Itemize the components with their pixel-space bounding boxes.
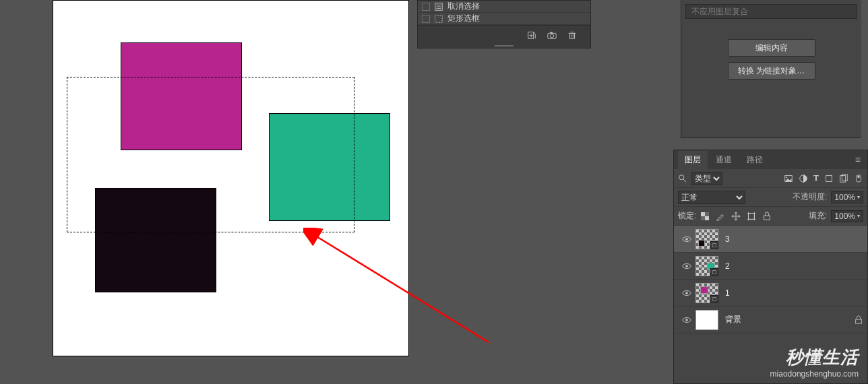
layer-thumbnail <box>695 310 718 330</box>
lock-transparency-icon[interactable] <box>700 211 710 221</box>
blend-opacity-row: 正常 不透明度: 100% ▾ <box>674 188 867 207</box>
layers-list: □ 3 □ 2 □ 1 背景 <box>674 226 867 333</box>
svg-rect-27 <box>701 212 705 216</box>
svg-rect-5 <box>435 15 443 23</box>
tab-channels[interactable]: 通道 <box>709 151 739 169</box>
layer-name: 3 <box>725 234 730 244</box>
filter-search-icon[interactable] <box>678 173 687 183</box>
svg-rect-45 <box>856 319 862 323</box>
svg-point-44 <box>685 319 688 321</box>
history-checkbox[interactable] <box>422 3 430 11</box>
visibility-toggle[interactable] <box>678 234 695 244</box>
chevron-down-icon: ▾ <box>857 194 860 200</box>
panel-menu-icon[interactable]: ≡ <box>855 154 861 165</box>
layer-thumbnail: □ <box>695 229 718 249</box>
svg-point-38 <box>685 238 688 241</box>
smart-object-badge: □ <box>710 268 718 276</box>
svg-rect-12 <box>570 33 575 38</box>
properties-panel: 不应用图层复合 编辑内容 转换 为链接对象… <box>681 0 861 138</box>
svg-line-18 <box>683 179 686 182</box>
history-panel: 取消选择 矩形选框 <box>417 0 591 49</box>
layer-thumbnail: □ <box>695 283 718 303</box>
layer-item-background[interactable]: 背景 <box>674 307 867 333</box>
edit-content-button[interactable]: 编辑内容 <box>728 39 815 57</box>
tab-layers[interactable]: 图层 <box>678 151 708 169</box>
svg-rect-11 <box>550 32 553 34</box>
lock-all-icon[interactable] <box>762 211 772 221</box>
deselect-icon <box>434 1 443 11</box>
svg-point-17 <box>679 175 684 180</box>
svg-rect-22 <box>826 175 832 181</box>
filter-pixel-icon[interactable] <box>784 173 793 183</box>
layer-name: 背景 <box>725 314 741 325</box>
layer-filter-row: 类型 T <box>674 169 867 188</box>
fill-label: 填充: <box>809 210 827 222</box>
svg-rect-36 <box>764 216 770 220</box>
layer-name: 2 <box>725 261 730 271</box>
opacity-value-box[interactable]: 100% ▾ <box>831 191 863 203</box>
filter-smart-icon[interactable] <box>839 173 848 183</box>
visibility-toggle[interactable] <box>678 261 695 271</box>
svg-rect-31 <box>749 214 755 220</box>
new-document-icon[interactable] <box>527 30 536 40</box>
visibility-toggle[interactable] <box>678 288 695 298</box>
layers-panel: 图层 通道 路径 ≡ 类型 T 正常 不透明度: 100% ▾ 锁定: <box>673 150 868 384</box>
layer-item-1[interactable]: □ 1 <box>674 280 867 307</box>
history-item-marquee[interactable]: 矩形选框 <box>418 13 590 25</box>
smart-object-badge: □ <box>710 241 718 249</box>
lock-position-icon[interactable] <box>731 211 741 221</box>
visibility-toggle[interactable] <box>678 315 695 325</box>
camera-icon[interactable] <box>547 30 557 40</box>
filter-text-icon[interactable]: T <box>813 173 819 183</box>
lock-pixels-icon[interactable] <box>716 211 725 221</box>
smart-object-badge: □ <box>710 295 718 303</box>
fill-value-box[interactable]: 100% ▾ <box>831 210 863 222</box>
history-toolbar <box>418 25 590 44</box>
history-item-label: 矩形选框 <box>447 13 480 24</box>
tab-paths[interactable]: 路径 <box>740 151 770 169</box>
chevron-down-icon: ▾ <box>857 213 860 219</box>
history-checkbox[interactable] <box>422 15 430 23</box>
layer-item-3[interactable]: □ 3 <box>674 226 867 253</box>
lock-label: 锁定: <box>678 210 696 222</box>
lock-icon <box>854 315 863 325</box>
layer-item-2[interactable]: □ 2 <box>674 253 867 280</box>
convert-linked-button[interactable]: 转换 为链接对象… <box>728 62 815 79</box>
layer-name: 1 <box>725 288 730 298</box>
filter-shape-icon[interactable] <box>824 173 834 183</box>
svg-point-40 <box>685 265 688 267</box>
panel-grip[interactable] <box>418 44 590 48</box>
svg-rect-30 <box>701 216 705 220</box>
svg-point-20 <box>786 177 787 178</box>
layer-thumbnail: □ <box>695 256 718 276</box>
trash-icon[interactable] <box>567 30 577 40</box>
marquee-selection[interactable] <box>67 77 354 232</box>
blend-mode-select[interactable]: 正常 <box>678 191 745 204</box>
svg-point-26 <box>857 175 860 178</box>
filter-toggle-icon[interactable] <box>854 173 863 183</box>
opacity-label: 不透明度: <box>793 191 827 203</box>
svg-rect-29 <box>705 212 709 216</box>
svg-point-42 <box>685 292 688 294</box>
layer-composite-select[interactable]: 不应用图层复合 <box>685 4 857 19</box>
marquee-icon <box>434 13 443 24</box>
canvas-artboard[interactable] <box>53 0 409 356</box>
history-item-deselect[interactable]: 取消选择 <box>418 1 590 13</box>
lock-fill-row: 锁定: 填充: 100% ▾ <box>674 207 867 226</box>
history-item-label: 取消选择 <box>447 1 480 12</box>
panel-tabs: 图层 通道 路径 ≡ <box>674 150 867 169</box>
kind-select[interactable]: 类型 <box>691 172 722 185</box>
svg-rect-28 <box>705 216 709 220</box>
filter-adjust-icon[interactable] <box>799 173 808 183</box>
lock-artboard-icon[interactable] <box>747 211 756 221</box>
svg-point-10 <box>550 34 553 38</box>
